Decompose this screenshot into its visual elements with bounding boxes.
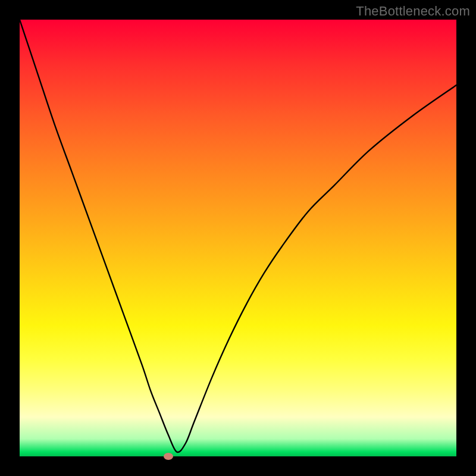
bottleneck-curve <box>20 20 456 452</box>
plot-area <box>20 20 456 456</box>
chart-frame: TheBottleneck.com <box>0 0 476 476</box>
watermark-text: TheBottleneck.com <box>356 4 470 19</box>
curve-svg <box>20 20 456 456</box>
minimum-marker <box>164 453 173 460</box>
